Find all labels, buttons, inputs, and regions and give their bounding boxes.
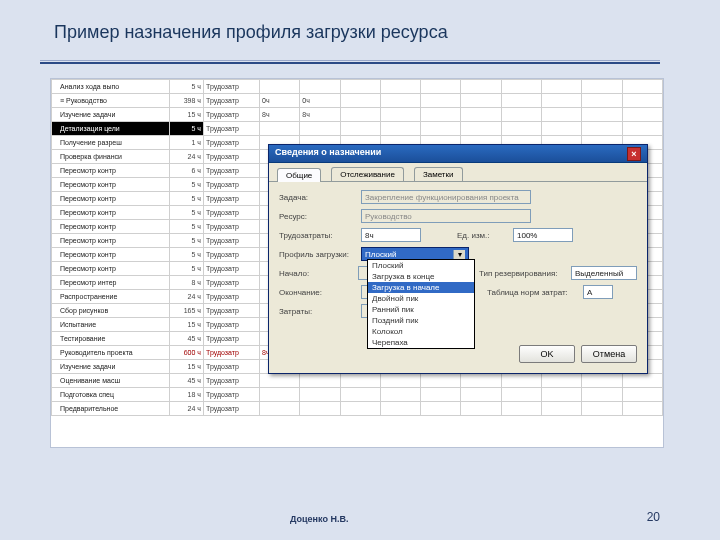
tab-notes[interactable]: Заметки <box>414 167 463 181</box>
chevron-down-icon[interactable]: ▾ <box>453 250 465 259</box>
dialog-tabs: Общие Отслеживание Заметки <box>269 163 647 182</box>
ok-button[interactable]: OK <box>519 345 575 363</box>
profile-option[interactable]: Ранний пик <box>368 304 474 315</box>
label-profile: Профиль загрузки: <box>279 250 355 259</box>
dialog-form: Задача: Ресурс: Трудозатраты: Ед. изм.: … <box>269 182 647 331</box>
label-units: Ед. изм.: <box>457 231 507 240</box>
resource-field <box>361 209 531 223</box>
table-row[interactable]: Подготовка спец18 чТрудозатр <box>52 388 663 402</box>
table-row[interactable]: Анализ хода выпо5 чТрудозатр <box>52 80 663 94</box>
profile-dropdown[interactable]: ПлоскийЗагрузка в концеЗагрузка в начале… <box>367 259 475 349</box>
label-work: Трудозатраты: <box>279 231 355 240</box>
dialog-titlebar[interactable]: Сведения о назначении × <box>269 145 647 163</box>
footer-page: 20 <box>647 510 660 524</box>
label-end: Окончание: <box>279 288 355 297</box>
table-row[interactable]: Изучение задачи15 чТрудозатр8ч8ч <box>52 108 663 122</box>
cancel-button[interactable]: Отмена <box>581 345 637 363</box>
footer-author: Доценко Н.В. <box>290 514 348 524</box>
assignment-info-dialog: Сведения о назначении × Общие Отслеживан… <box>268 144 648 374</box>
label-start: Начало: <box>279 269 352 278</box>
booking-field[interactable] <box>571 266 637 280</box>
profile-option[interactable]: Колокол <box>368 326 474 337</box>
profile-option[interactable]: Двойной пик <box>368 293 474 304</box>
label-costtable: Таблица норм затрат: <box>487 288 577 297</box>
dialog-title-text: Сведения о назначении <box>275 147 381 160</box>
slide-title: Пример назначения профиля загрузки ресур… <box>54 22 448 43</box>
table-row[interactable]: Детализация цели5 чТрудозатр <box>52 122 663 136</box>
table-row[interactable]: Оценивание масш45 чТрудозатр <box>52 374 663 388</box>
profile-option[interactable]: Загрузка в начале <box>368 282 474 293</box>
profile-option[interactable]: Черепаха <box>368 337 474 348</box>
profile-option[interactable]: Плоский <box>368 260 474 271</box>
title-underline <box>40 60 660 64</box>
work-field[interactable] <box>361 228 421 242</box>
profile-option[interactable]: Загрузка в конце <box>368 271 474 282</box>
tab-general[interactable]: Общие <box>277 168 321 182</box>
close-icon[interactable]: × <box>627 147 641 161</box>
label-resource: Ресурс: <box>279 212 355 221</box>
label-cost: Затраты: <box>279 307 355 316</box>
label-booking: Тип резервирования: <box>479 269 565 278</box>
units-field[interactable] <box>513 228 573 242</box>
label-task: Задача: <box>279 193 355 202</box>
tab-tracking[interactable]: Отслеживание <box>331 167 404 181</box>
task-field <box>361 190 531 204</box>
profile-option[interactable]: Поздний пик <box>368 315 474 326</box>
costtable-field[interactable] <box>583 285 613 299</box>
table-row[interactable]: ≡ Руководство398 чТрудозатр0ч0ч <box>52 94 663 108</box>
table-row[interactable]: Предварительное24 чТрудозатр <box>52 402 663 416</box>
